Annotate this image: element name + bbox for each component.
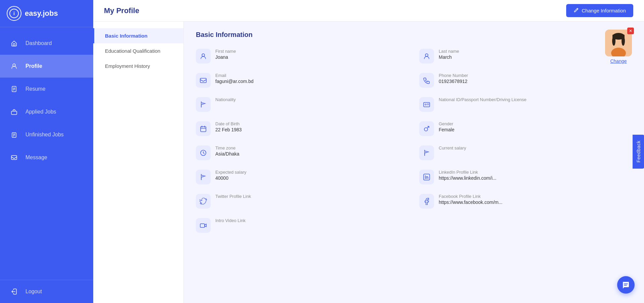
info-panel: Basic Information	[184, 21, 644, 303]
change-info-label: Change Information	[582, 8, 626, 13]
sidebar-item-label: Profile	[25, 63, 42, 69]
email-icon	[196, 73, 211, 88]
field-label: Intro Video Link	[215, 218, 246, 223]
field-label: Date of Birth	[215, 121, 242, 126]
field-label: LinkedIn Profile Link	[439, 170, 496, 175]
field-facebook: Facebook Profile Link https://www.facebo…	[419, 192, 632, 211]
field-intro-video: Intro Video Link	[196, 216, 409, 235]
field-twitter: Twitter Profile Link	[196, 192, 409, 211]
field-label: Time zone	[215, 145, 239, 150]
field-expected-salary: Expected salary 40000	[196, 168, 409, 186]
profile-icon	[8, 60, 20, 72]
sidebar-item-dashboard[interactable]: Dashboard	[0, 32, 93, 55]
chat-fab-button[interactable]	[617, 276, 635, 294]
section-title: Basic Information	[196, 31, 632, 39]
svg-rect-38	[200, 224, 205, 227]
field-value: 01923678912	[439, 79, 468, 84]
field-national-id: National ID/Passport Number/Driving Lice…	[419, 95, 632, 114]
clipboard-icon	[8, 129, 20, 141]
video-icon	[196, 218, 211, 233]
profile-nav-label: Educational Qualification	[105, 48, 160, 54]
field-label: Phone Number	[439, 73, 468, 78]
field-label: Nationality	[215, 97, 236, 102]
resume-icon	[8, 83, 20, 95]
field-value: https://www.linkedin.com/i...	[439, 175, 496, 181]
clock-icon	[196, 145, 211, 160]
field-label: Twitter Profile Link	[215, 194, 251, 199]
top-bar: My Profile Change Information	[93, 0, 644, 21]
field-value: Joana	[215, 54, 236, 60]
field-label: Last name	[439, 49, 459, 54]
profile-nav-label: Employment History	[105, 63, 150, 69]
pencil-icon	[574, 7, 579, 14]
svg-point-22	[425, 54, 428, 56]
profile-nav-label: Basic Information	[105, 33, 148, 39]
sidebar-item-profile[interactable]: Profile	[0, 55, 93, 78]
flag-icon	[196, 170, 211, 184]
field-nationality: Nationality	[196, 95, 409, 114]
field-value: 22 Feb 1983	[215, 127, 242, 132]
change-information-button[interactable]: Change Information	[566, 4, 633, 17]
svg-rect-8	[11, 111, 17, 115]
logout-button[interactable]: Logout	[0, 280, 93, 303]
field-label: National ID/Passport Number/Driving Lice…	[439, 97, 527, 102]
flag-icon	[196, 97, 211, 112]
field-label: Current salary	[439, 145, 466, 150]
avatar-section: ✕ Change	[605, 30, 632, 64]
profile-nav-employment[interactable]: Employment History	[93, 58, 183, 74]
field-value: Female	[439, 127, 454, 132]
person-icon	[419, 49, 434, 63]
message-icon	[8, 152, 20, 164]
field-linkedin: LinkedIn Profile Link https://www.linked…	[419, 168, 632, 186]
feedback-label: Feedback	[636, 140, 641, 162]
field-label: Facebook Profile Link	[439, 194, 502, 199]
field-label: Email	[215, 73, 254, 78]
page-title: My Profile	[104, 6, 139, 15]
content-area: Basic Information Educational Qualificat…	[93, 21, 644, 303]
sidebar-item-unfinished-jobs[interactable]: Unfinished Jobs	[0, 123, 93, 146]
field-label: Gender	[439, 121, 454, 126]
field-value: March	[439, 54, 459, 60]
field-value: Asia/Dhaka	[215, 151, 239, 157]
person-icon	[196, 49, 211, 63]
svg-rect-29	[201, 127, 206, 132]
field-email: Email faguni@ar.com.bd	[196, 71, 409, 90]
main-content: My Profile Change Information Basic Info…	[93, 0, 644, 303]
delete-icon: ✕	[629, 29, 632, 33]
field-current-salary: Current salary	[419, 143, 632, 162]
field-first-name: First name Joana	[196, 47, 409, 66]
avatar-delete-badge[interactable]: ✕	[627, 28, 634, 34]
svg-rect-23	[200, 78, 206, 83]
avatar-change-link[interactable]: Change	[610, 58, 627, 64]
field-label: First name	[215, 49, 236, 54]
svg-text:i: i	[13, 11, 15, 16]
phone-icon	[419, 73, 434, 88]
home-icon	[8, 37, 20, 49]
sidebar-item-message[interactable]: Message	[0, 146, 93, 169]
field-phone: Phone Number 01923678912	[419, 71, 632, 90]
gender-icon	[419, 121, 434, 136]
logout-label: Logout	[25, 289, 42, 295]
sidebar-item-applied-jobs[interactable]: Applied Jobs	[0, 100, 93, 123]
sidebar-item-resume[interactable]: Resume	[0, 78, 93, 100]
sidebar-item-label: Resume	[25, 86, 46, 92]
logo-icon: i	[7, 6, 21, 21]
profile-nav-basic-info[interactable]: Basic Information	[93, 28, 183, 43]
svg-rect-20	[612, 35, 625, 39]
field-last-name: Last name March	[419, 47, 632, 66]
logout-icon	[8, 286, 20, 298]
feedback-tab[interactable]: Feedback	[632, 134, 644, 168]
logo-text: easy.jobs	[25, 9, 58, 18]
sidebar-item-label: Applied Jobs	[25, 109, 56, 115]
field-value: faguni@ar.com.bd	[215, 79, 254, 84]
briefcase-icon	[8, 106, 20, 118]
sidebar-logo: i easy.jobs	[0, 0, 93, 27]
sidebar: i easy.jobs Dashboard Profile Resume	[0, 0, 93, 303]
field-label: Expected salary	[215, 170, 247, 175]
field-timezone: Time zone Asia/Dhaka	[196, 143, 409, 162]
profile-nav-educational[interactable]: Educational Qualification	[93, 43, 183, 58]
facebook-icon	[419, 194, 434, 209]
info-fields-grid: First name Joana Last name March	[196, 47, 632, 235]
sidebar-item-label: Message	[25, 155, 47, 161]
sidebar-item-label: Dashboard	[25, 40, 52, 46]
